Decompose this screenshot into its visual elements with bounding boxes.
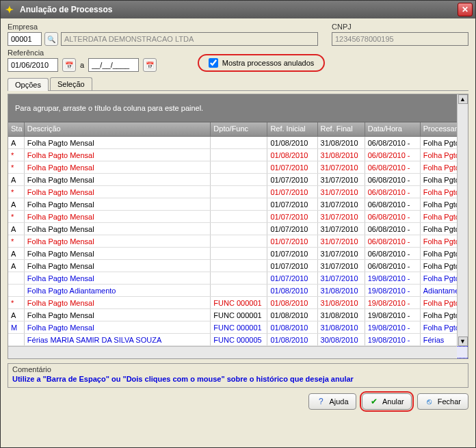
table-row[interactable]: *Folha Pagto Mensal01/07/201031/07/20100… — [8, 211, 468, 223]
anular-button[interactable]: ✔ Anular — [362, 393, 412, 410]
referencia-label: Referência — [8, 49, 157, 57]
cell: * — [8, 186, 25, 198]
fechar-button[interactable]: ⎋ Fechar — [417, 393, 468, 410]
referencia-to-input[interactable] — [88, 58, 139, 72]
referencia-from-input[interactable] — [8, 58, 58, 72]
table-row[interactable]: AFolha Pagto Mensal01/07/201031/07/20100… — [8, 248, 468, 260]
window-title: Anulação de Processos — [20, 5, 458, 14]
calendar-to-button[interactable]: 📅 — [143, 58, 157, 72]
cell: Folha Pagto Mensal — [25, 297, 211, 308]
table-row[interactable]: Folha Pagto Adiantamento01/08/201031/08/… — [8, 285, 468, 297]
cell: 31/07/2010 — [318, 198, 365, 210]
table-row[interactable]: AFolha Pagto Mensal01/07/201031/07/20100… — [8, 223, 468, 235]
cell: 01/07/2010 — [267, 198, 317, 210]
cell: 06/08/2010 - — [365, 211, 421, 222]
cell: A — [8, 248, 25, 259]
button-row: ? Ajuda ✔ Anular ⎋ Fechar — [8, 393, 468, 410]
app-icon: ✦ — [3, 3, 16, 16]
titlebar[interactable]: ✦ Anulação de Processos ✕ — [1, 1, 475, 18]
header-ref-inicial[interactable]: Ref. Inicial — [267, 122, 317, 136]
cell: 31/07/2010 — [318, 223, 365, 235]
cell: 01/07/2010 — [267, 272, 317, 284]
header-descricao[interactable]: Descrição — [25, 122, 211, 136]
cell: FUNC 000001 — [211, 321, 267, 333]
cell: 01/08/2010 — [267, 334, 317, 345]
table-row[interactable]: *Folha Pagto Mensal01/07/201031/07/20100… — [8, 235, 468, 248]
cell: 06/08/2010 - — [365, 260, 421, 272]
table-row[interactable]: Folha Pagto Mensal01/07/201031/07/201019… — [8, 272, 468, 285]
cell: 19/08/2010 - — [365, 272, 421, 284]
header-sta[interactable]: Sta — [8, 122, 25, 136]
cell: 06/08/2010 - — [365, 149, 421, 161]
cell — [211, 137, 267, 148]
cnpj-display — [332, 32, 468, 46]
table-row[interactable]: AFolha Pagto Mensal01/07/201031/07/20100… — [8, 198, 468, 211]
table-row[interactable]: AFolha Pagto Mensal01/07/201031/07/20100… — [8, 260, 468, 272]
table-row[interactable]: AFolha Pagto Mensal01/08/201031/08/20100… — [8, 137, 468, 149]
empresa-lookup-button[interactable]: 🔍 — [44, 32, 58, 46]
cell — [211, 285, 267, 296]
cell: 06/08/2010 - — [365, 174, 421, 185]
close-button[interactable]: ✕ — [458, 3, 473, 16]
exit-icon: ⎋ — [425, 397, 434, 406]
cell — [211, 198, 267, 210]
table-row[interactable]: *Folha Pagto Mensal01/07/201031/07/20100… — [8, 186, 468, 198]
table-row[interactable]: *Folha Pagto Mensal01/07/201031/07/20100… — [8, 161, 468, 174]
cell: 31/07/2010 — [318, 248, 365, 259]
cell: Folha Pagto Mensal — [25, 186, 211, 198]
cell — [211, 186, 267, 198]
cell: 31/07/2010 — [318, 260, 365, 272]
cell: Folha Pagto Mensal — [25, 174, 211, 185]
header-dpto[interactable]: Dpto/Func — [211, 122, 267, 136]
cell: * — [8, 161, 25, 173]
group-panel[interactable]: Para agrupar, arraste o título da coluna… — [8, 94, 468, 122]
cell: 31/07/2010 — [318, 235, 365, 247]
cell: 31/07/2010 — [318, 161, 365, 173]
cell: 01/08/2010 — [267, 321, 317, 333]
horizontal-scrollbar[interactable] — [8, 346, 457, 358]
scroll-up-icon[interactable]: ▲ — [458, 94, 468, 104]
cell: 06/08/2010 - — [365, 137, 421, 148]
cell: 19/08/2010 - — [365, 285, 421, 296]
cell: A — [8, 198, 25, 210]
ajuda-button[interactable]: ? Ajuda — [308, 393, 356, 410]
tab-opcoes[interactable]: Opções — [8, 78, 49, 91]
cell: 06/08/2010 - — [365, 235, 421, 247]
calendar-from-button[interactable]: 📅 — [62, 58, 76, 72]
table-row[interactable]: *Folha Pagto MensalFUNC 00000101/08/2010… — [8, 297, 468, 309]
table-row[interactable]: AFolha Pagto MensalFUNC 00000101/08/2010… — [8, 309, 468, 321]
cell — [8, 334, 25, 345]
help-icon: ? — [316, 397, 326, 406]
cell: 01/07/2010 — [267, 161, 317, 173]
table-row[interactable]: MFolha Pagto MensalFUNC 00000101/08/2010… — [8, 321, 468, 334]
cell: 31/07/2010 — [318, 186, 365, 198]
header-ref-final[interactable]: Ref. Final — [318, 122, 365, 136]
mostra-anulados-checkbox[interactable] — [209, 58, 218, 68]
cell: 06/08/2010 - — [365, 248, 421, 259]
cell: 31/08/2010 — [318, 285, 365, 296]
cell: 31/08/2010 — [318, 309, 365, 321]
cell — [211, 248, 267, 259]
cell: * — [8, 149, 25, 161]
grid-body[interactable]: AFolha Pagto Mensal01/08/201031/08/20100… — [8, 137, 468, 358]
cell: 30/08/2010 — [318, 334, 365, 345]
cell: 31/07/2010 — [318, 211, 365, 222]
vertical-scrollbar[interactable]: ▲ ▼ — [457, 94, 468, 346]
cell: * — [8, 297, 25, 308]
cell: 31/08/2010 — [318, 297, 365, 308]
scroll-down-icon[interactable]: ▼ — [458, 337, 468, 346]
table-row[interactable]: AFolha Pagto Mensal01/07/201031/07/20100… — [8, 174, 468, 186]
anular-label: Anular — [382, 397, 404, 406]
empresa-code-input[interactable] — [8, 32, 42, 46]
cell: Folha Pagto Mensal — [25, 248, 211, 259]
cell: 01/07/2010 — [267, 174, 317, 185]
table-row[interactable]: Férias MARIA SAMIR DA SILVA SOUZAFUNC 00… — [8, 334, 468, 346]
empresa-label: Empresa — [8, 23, 318, 31]
tab-selecao[interactable]: Seleção — [50, 77, 92, 90]
table-row[interactable]: *Folha Pagto Mensal01/08/201031/08/20100… — [8, 149, 468, 161]
cell: 01/08/2010 — [267, 297, 317, 308]
header-data-hora[interactable]: Data/Hora — [365, 122, 421, 136]
cell — [8, 272, 25, 284]
cell: M — [8, 321, 25, 333]
cell: Folha Pagto Mensal — [25, 211, 211, 222]
